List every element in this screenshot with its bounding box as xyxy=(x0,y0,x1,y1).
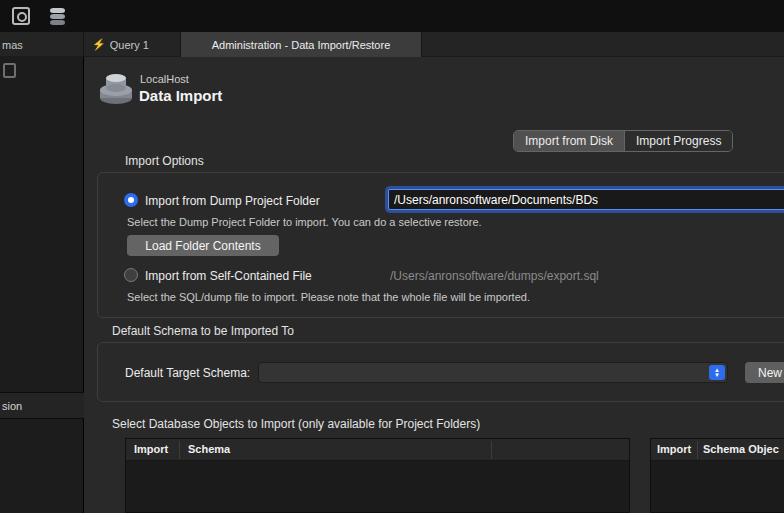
default-target-schema-label: Default Target Schema: xyxy=(125,366,250,380)
segment-import-from-disk[interactable]: Import from Disk xyxy=(514,131,624,151)
schemas-table-header: Import Schema xyxy=(126,439,629,461)
titlebar xyxy=(0,0,784,32)
import-options-title: Import Options xyxy=(121,154,208,168)
schemas-col-schema: Schema xyxy=(188,443,230,455)
dump-folder-help-text: Select the Dump Project Folder to import… xyxy=(127,216,482,228)
schemas-col-import: Import xyxy=(134,443,168,455)
database-stack-glyph xyxy=(49,7,67,25)
schema-objects-table-header: Import Schema Objec xyxy=(651,439,784,461)
database-tools-icon[interactable] xyxy=(49,7,67,25)
load-folder-contents-button[interactable]: Load Folder Contents xyxy=(127,235,279,256)
left-sidebar: sion xyxy=(0,57,84,513)
schema-objects-table[interactable]: Import Schema Objec xyxy=(650,438,784,513)
tab-bar: mas ⚡ Query 1 Administration - Data Impo… xyxy=(0,32,784,57)
segment-import-progress[interactable]: Import Progress xyxy=(624,131,732,151)
radio-dump-folder-label: Import from Dump Project Folder xyxy=(145,194,320,208)
default-schema-title: Default Schema to be Imported To xyxy=(108,324,298,338)
host-label: LocalHost xyxy=(140,73,189,85)
column-divider xyxy=(697,441,698,459)
default-target-schema-dropdown[interactable]: ▲▼ xyxy=(258,362,728,383)
sidebar-panel-icon xyxy=(3,63,16,78)
view-segmented-control: Import from Disk Import Progress xyxy=(513,130,733,152)
page-title: Data Import xyxy=(139,87,222,104)
search-window-icon-glyph xyxy=(12,7,30,25)
schemas-table[interactable]: Import Schema xyxy=(125,438,630,513)
new-schema-button[interactable]: New xyxy=(745,362,784,383)
tab-admin-label: Administration - Data Import/Restore xyxy=(212,39,391,51)
radio-dump-project-folder[interactable] xyxy=(124,193,138,207)
search-window-icon[interactable] xyxy=(12,7,30,25)
objects-col-import: Import xyxy=(657,443,691,455)
self-contained-path-value[interactable]: /Users/anronsoftware/dumps/export.sql xyxy=(390,269,599,283)
tab-query-1[interactable]: ⚡ Query 1 xyxy=(84,32,181,57)
objects-section-title: Select Database Objects to Import (only … xyxy=(108,417,484,431)
dump-folder-path-input[interactable] xyxy=(388,189,784,210)
tab-schemas-label: mas xyxy=(2,39,23,51)
column-divider xyxy=(179,441,180,459)
radio-self-contained-file[interactable] xyxy=(124,268,138,282)
sidebar-session-label: sion xyxy=(2,400,22,412)
data-import-icon xyxy=(98,68,134,108)
tab-query-label: Query 1 xyxy=(110,39,149,51)
lightning-icon: ⚡ xyxy=(92,38,106,51)
self-contained-help-text: Select the SQL/dump file to import. Plea… xyxy=(127,291,530,303)
workbench-window: mas ⚡ Query 1 Administration - Data Impo… xyxy=(0,0,784,513)
tab-schemas-partial[interactable]: mas xyxy=(0,32,84,57)
sidebar-item-session[interactable]: sion xyxy=(0,392,84,419)
column-divider xyxy=(491,441,492,459)
objects-col-schema-object: Schema Objec xyxy=(703,443,779,455)
chevron-up-down-icon: ▲▼ xyxy=(709,365,725,380)
tab-administration-data-import[interactable]: Administration - Data Import/Restore xyxy=(181,32,422,57)
radio-self-contained-label: Import from Self-Contained File xyxy=(145,269,312,283)
